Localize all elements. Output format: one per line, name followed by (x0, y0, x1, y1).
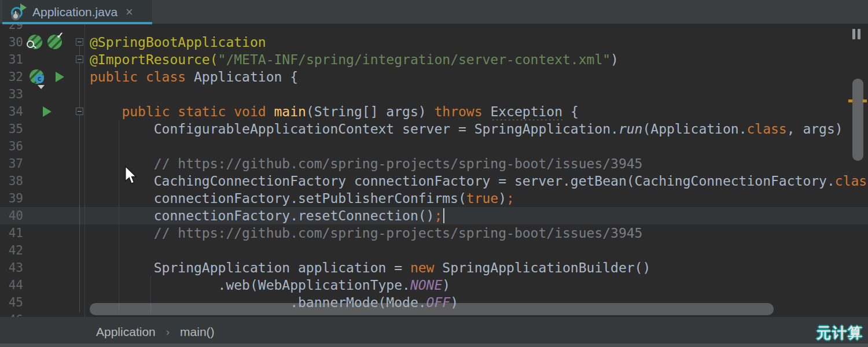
breadcrumb-bar: Application › main() (0, 317, 868, 347)
code-line[interactable] (84, 138, 868, 155)
gutter-icons (23, 294, 74, 311)
gutter-icons (23, 86, 74, 103)
horizontal-scrollbar[interactable] (90, 303, 774, 315)
line-number: 30 (0, 34, 23, 51)
code-token: ) (498, 191, 506, 206)
code-line[interactable]: ConfigurableApplicationContext server = … (84, 120, 868, 138)
code-line[interactable]: @ImportResource("/META-INF/spring/integr… (84, 51, 868, 68)
code-token: class (835, 174, 868, 189)
code-line[interactable]: SpringApplication application = new Spri… (84, 259, 868, 276)
code-token: true (466, 191, 498, 206)
spring-bean-class-icon[interactable]: c (30, 69, 44, 84)
breadcrumb-item-main[interactable]: main() (180, 325, 215, 339)
line-number: 29 (0, 24, 23, 34)
line-number: 31 (0, 51, 23, 68)
text-caret (443, 208, 444, 223)
tab-label: Application.java (32, 5, 117, 19)
code-token (483, 104, 491, 119)
code-token: ; (506, 191, 514, 206)
code-token: (Application. (642, 121, 746, 136)
line-number: 42 (0, 242, 23, 259)
editor-line: 40 connectionFactory.resetConnection(); (0, 207, 868, 224)
code-token: { (562, 104, 579, 119)
code-token (90, 226, 154, 241)
code-line[interactable]: .web(WebApplicationType.NONE) (84, 276, 868, 294)
gutter-icons (23, 311, 74, 317)
code-token: SpringApplication application = (90, 260, 410, 275)
code-token: @ImportResource( (90, 52, 218, 67)
code-token: public static void (122, 104, 274, 119)
power-badge-icon (12, 12, 20, 20)
code-line[interactable]: connectionFactory.resetConnection(); (84, 207, 868, 224)
code-line[interactable] (84, 86, 868, 103)
code-token: (String[] args) (306, 104, 435, 119)
chevron-right-icon: › (166, 326, 170, 338)
editor[interactable]: 2930✓@SpringBootApplication31@ImportReso… (0, 24, 868, 317)
spring-bean-search-icon[interactable] (28, 35, 42, 49)
line-number: 38 (0, 172, 23, 190)
close-icon[interactable]: × (126, 6, 133, 18)
line-number: 40 (0, 207, 23, 224)
code-token (90, 156, 154, 171)
code-line[interactable]: connectionFactory.setPublisherConfirms(t… (84, 190, 868, 207)
vertical-scrollbar[interactable] (852, 79, 863, 161)
code-line[interactable]: public class Application { (84, 68, 868, 86)
gutter-icons (23, 120, 74, 138)
gutter-icons (23, 138, 74, 155)
gutter-icons (23, 242, 74, 259)
play-triangle-icon (20, 3, 27, 12)
code-line[interactable]: public static void main(String[] args) t… (84, 103, 868, 120)
breadcrumb-item-application[interactable]: Application (96, 325, 156, 339)
gutter-icons (23, 190, 74, 207)
editor-line: 42 (0, 242, 868, 259)
check-icon: ✓ (56, 30, 64, 40)
code-line[interactable] (84, 24, 868, 34)
code-line[interactable]: @SpringBootApplication (84, 34, 868, 51)
line-number: 37 (0, 155, 23, 172)
warning-stripe-mark (863, 99, 867, 102)
line-number: 39 (0, 190, 23, 207)
fold-guide-line (79, 45, 80, 312)
code-line[interactable]: // https://github.com/spring-projects/sp… (84, 224, 868, 242)
run-arrow-icon[interactable] (56, 72, 64, 82)
fold-marker[interactable] (76, 56, 83, 63)
gutter-icons (23, 24, 74, 34)
code-line[interactable]: // https://github.com/spring-projects/sp… (84, 155, 868, 172)
code-token: "/META-INF/spring/integration/server-con… (218, 52, 611, 67)
gutter-icons: c (23, 68, 74, 86)
editor-line: 33 (0, 86, 868, 103)
line-number: 45 (0, 294, 23, 311)
spring-bean-check-icon[interactable]: ✓ (47, 35, 62, 49)
gutter-icons (23, 207, 74, 224)
code-token: ; (434, 208, 442, 223)
editor-line: 36 (0, 138, 868, 155)
fold-marker[interactable] (76, 108, 83, 115)
line-number: 34 (0, 103, 23, 120)
code-line[interactable]: CachingConnectionFactory connectionFacto… (84, 172, 868, 190)
code-token: run (619, 121, 643, 136)
tab-application-java[interactable]: Application.java × (2, 0, 152, 24)
code-token: Exception (490, 104, 562, 119)
code-line[interactable] (84, 242, 868, 259)
gutter-icons (23, 155, 74, 172)
gutter-icons: ✓ (23, 34, 74, 51)
code-token: class (746, 121, 786, 136)
gutter-icons (23, 103, 74, 120)
run-arrow-icon[interactable] (43, 106, 52, 117)
window-bottom-edge (0, 344, 868, 347)
code-token: CachingConnectionFactory connectionFacto… (90, 174, 835, 189)
tab-bar: Application.java × (0, 0, 868, 24)
editor-line: 32cpublic class Application { (0, 68, 868, 86)
mouse-cursor-icon (124, 165, 138, 185)
code-token: connectionFactory.setPublisherConfirms( (90, 191, 466, 206)
code-token: public class (90, 69, 194, 84)
code-token: SpringApplicationBuilder() (434, 260, 650, 275)
code-token: // https://github.com/spring-projects/sp… (154, 156, 643, 171)
gutter-icons (23, 259, 74, 276)
line-number: 35 (0, 120, 23, 138)
line-number: 36 (0, 138, 23, 155)
line-number: 33 (0, 86, 23, 103)
fold-marker[interactable] (76, 38, 83, 46)
spring-boot-run-icon (10, 3, 27, 21)
editor-line: 34 public static void main(String[] args… (0, 103, 868, 120)
